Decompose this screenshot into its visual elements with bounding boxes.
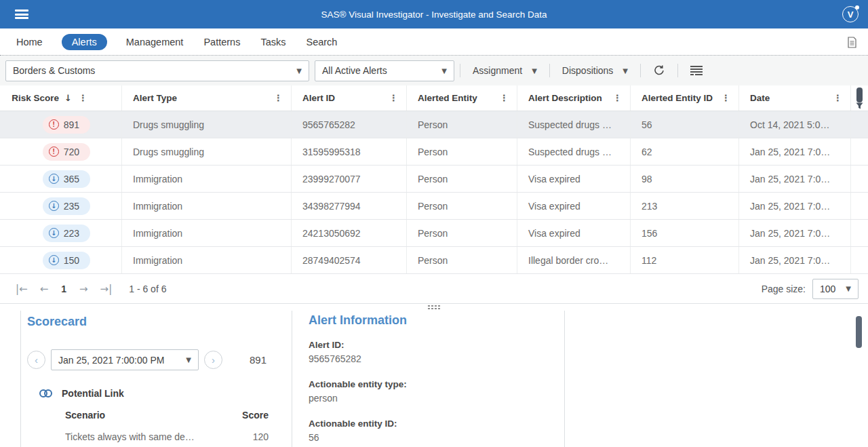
low-risk-icon: ↓ xyxy=(49,201,59,211)
table-row[interactable]: ↓ 150 Immigration 28749402574 Person Ill… xyxy=(0,247,868,274)
field-label: Actionable entity type: xyxy=(309,379,553,389)
alert-id-cell: 28749402574 xyxy=(292,247,407,273)
scenario-name: Tickets always with same de… xyxy=(65,431,195,442)
column-header-alert-description[interactable]: Alert Description ⋮ xyxy=(517,85,631,111)
tab-home[interactable]: Home xyxy=(15,34,44,50)
dispositions-menu-button[interactable]: Dispositions ▼ xyxy=(555,65,635,76)
low-risk-icon: ↓ xyxy=(49,228,59,238)
scorecard-panel: Scorecard ‹ Jan 25, 2021 7:00:00 PM ▼ › … xyxy=(27,315,285,442)
field-value: person xyxy=(309,393,553,404)
panel-scrollbar-thumb[interactable] xyxy=(856,316,862,348)
tab-management[interactable]: Management xyxy=(125,34,185,50)
user-avatar[interactable]: V xyxy=(842,6,859,22)
next-date-icon[interactable]: › xyxy=(204,351,222,369)
alerted-entity-cell: Person xyxy=(407,111,517,138)
high-risk-icon: ! xyxy=(49,147,59,157)
divider xyxy=(460,64,460,77)
divider xyxy=(564,311,565,447)
table-scrollbar-track[interactable] xyxy=(851,85,868,111)
assignment-menu-button[interactable]: Assignment ▼ xyxy=(466,65,544,76)
refresh-icon[interactable] xyxy=(646,64,672,77)
date-cell: Jan 25, 2021 7:0… xyxy=(739,247,851,273)
column-header-alert-id[interactable]: Alert ID ⋮ xyxy=(292,85,407,111)
column-header-risk-score[interactable]: Risk Score ↓ ⋮ xyxy=(0,85,122,111)
alert-id-cell: 24213050692 xyxy=(292,220,407,246)
column-header-alerted-entity[interactable]: Alerted Entity ⋮ xyxy=(407,85,517,111)
alert-id-cell: 31595995318 xyxy=(292,138,407,165)
divider xyxy=(20,311,21,447)
table-row[interactable]: ! 720 Drugs smuggling 31595995318 Person… xyxy=(0,138,868,166)
column-menu-icon[interactable]: ⋮ xyxy=(387,93,401,103)
table-row[interactable]: ↓ 235 Immigration 34398277994 Person Vis… xyxy=(0,193,868,220)
main-nav: Home Alerts Management Patterns Tasks Se… xyxy=(0,28,868,56)
scorecard-date-value: Jan 25, 2021 7:00:00 PM xyxy=(58,355,164,366)
alerted-entity-cell: Person xyxy=(407,247,517,273)
chevron-down-icon: ▼ xyxy=(186,356,191,364)
column-header-alerted-entity-id[interactable]: Alerted Entity ID ⋮ xyxy=(631,85,739,111)
domain-select[interactable]: Borders & Customs ▼ xyxy=(5,60,309,81)
column-header-alert-type[interactable]: Alert Type ⋮ xyxy=(122,85,292,111)
alerted-entity-cell: Person xyxy=(407,166,517,192)
score-column-header: Score xyxy=(242,410,269,421)
first-page-icon[interactable]: |← xyxy=(9,283,34,295)
alerted-entity-id-cell: 112 xyxy=(631,247,739,273)
low-risk-icon: ↓ xyxy=(49,255,59,265)
alert-type-cell: Immigration xyxy=(122,247,292,273)
assignment-label: Assignment xyxy=(473,65,522,76)
alert-type-cell: Drugs smuggling xyxy=(122,138,292,165)
app-top-bar: SAS® Visual Investigator - Investigate a… xyxy=(0,0,868,28)
panel-drag-handle[interactable] xyxy=(428,305,440,309)
column-menu-icon[interactable]: ⋮ xyxy=(610,93,625,103)
view-select[interactable]: All Active Alerts ▼ xyxy=(315,60,454,81)
filter-icon[interactable] xyxy=(856,102,863,109)
alert-type-cell: Immigration xyxy=(122,220,292,246)
column-header-date[interactable]: Date ⋮ xyxy=(739,85,851,111)
chevron-down-icon: ▼ xyxy=(532,67,537,75)
divider xyxy=(640,64,641,77)
field-label: Alert ID: xyxy=(309,340,553,350)
previous-page-icon[interactable]: ← xyxy=(34,283,55,295)
alert-description-cell: Visa expired xyxy=(517,220,631,246)
tab-alerts[interactable]: Alerts xyxy=(62,34,107,50)
previous-date-icon[interactable]: ‹ xyxy=(27,351,45,369)
tab-patterns[interactable]: Patterns xyxy=(202,34,241,50)
alert-description-cell: Illegal border cro… xyxy=(517,247,631,273)
sort-descending-icon[interactable]: ↓ xyxy=(64,93,72,103)
scorecard-date-select[interactable]: Jan 25, 2021 7:00:00 PM ▼ xyxy=(51,349,199,370)
field-value: 56 xyxy=(309,432,553,443)
page-size-select[interactable]: 100 ▼ xyxy=(812,279,859,299)
table-row[interactable]: ! 891 Drugs smuggling 9565765282 Person … xyxy=(0,111,868,138)
alert-id-cell: 34398277994 xyxy=(292,193,407,219)
alert-information-panel: Alert Information Alert ID: 9565765282 A… xyxy=(309,313,553,443)
tab-tasks[interactable]: Tasks xyxy=(259,34,287,50)
column-menu-icon[interactable]: ⋮ xyxy=(271,93,285,103)
column-menu-icon[interactable]: ⋮ xyxy=(77,93,90,103)
table-scrollbar-thumb[interactable] xyxy=(856,88,863,102)
column-menu-icon[interactable]: ⋮ xyxy=(831,93,845,103)
date-cell: Jan 25, 2021 7:0… xyxy=(739,193,851,219)
date-cell: Jan 25, 2021 7:0… xyxy=(739,138,851,165)
divider xyxy=(292,311,292,447)
table-row[interactable]: ↓ 223 Immigration 24213050692 Person Vis… xyxy=(0,220,868,247)
document-icon[interactable] xyxy=(847,37,857,51)
next-page-icon[interactable]: → xyxy=(73,283,94,295)
alerted-entity-id-cell: 56 xyxy=(631,111,739,138)
field-label: Actionable entity ID: xyxy=(309,419,553,429)
view-select-value: All Active Alerts xyxy=(322,65,387,76)
scenario-column-header: Scenario xyxy=(65,410,105,421)
scenario-row[interactable]: Tickets always with same de… 120 xyxy=(65,431,269,442)
chevron-down-icon: ▼ xyxy=(441,67,447,75)
app-title: SAS® Visual Investigator - Investigate a… xyxy=(0,9,868,20)
alert-description-cell: Visa expired xyxy=(517,166,631,192)
last-page-icon[interactable]: →| xyxy=(94,283,119,295)
row-density-icon[interactable] xyxy=(684,66,709,75)
column-menu-icon[interactable]: ⋮ xyxy=(719,93,733,103)
table-row[interactable]: ↓ 365 Immigration 23999270077 Person Vis… xyxy=(0,166,868,193)
tab-search[interactable]: Search xyxy=(304,34,338,50)
high-risk-icon: ! xyxy=(49,119,59,130)
alert-description-cell: Suspected drugs … xyxy=(517,111,631,138)
alerts-table: Risk Score ↓ ⋮ Alert Type ⋮ Alert ID ⋮ A… xyxy=(0,85,868,274)
alert-type-cell: Immigration xyxy=(122,166,292,192)
avatar-letter: V xyxy=(848,9,854,20)
column-menu-icon[interactable]: ⋮ xyxy=(497,93,511,103)
